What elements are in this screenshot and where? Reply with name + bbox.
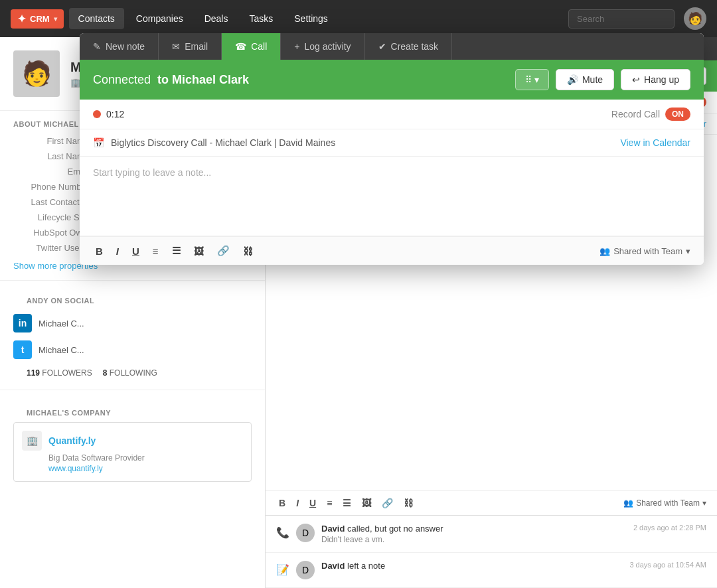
shared-dropdown-arrow: ▾ (702, 498, 706, 508)
modal-tab-createtask[interactable]: ✔ Create task (365, 33, 453, 60)
modal-note-area[interactable]: Start typing to leave a note... (80, 157, 704, 236)
format-link2-button[interactable]: ⛓ (401, 496, 416, 510)
nav-companies[interactable]: Companies (127, 8, 193, 29)
format-bold-button[interactable]: B (276, 496, 288, 510)
modal-call-panel: ✎ New note ✉ Email ☎ Call + Log activity… (80, 33, 704, 265)
modal-calendar-event: Biglytics Discovery Call - Michael Clark… (111, 137, 335, 148)
following-count: 8 FOLLOWING (103, 368, 157, 378)
activity-avatar-0: D (296, 524, 315, 542)
format-link-button[interactable]: 🔗 (379, 496, 396, 510)
activity-item-0: 📞 D David called, but got no answer Didn… (266, 516, 717, 553)
social-section-title: ANDY ON SOCIAL (13, 287, 252, 310)
social-linkedin: in Michael C... (13, 310, 252, 336)
modal-underline-button[interactable]: U (129, 244, 142, 258)
modal-shared-icon: 👥 (599, 246, 610, 256)
activity-feed: 📞 D David called, but got no answer Didn… (266, 515, 717, 588)
modal-view-in-calendar-link[interactable]: View in Calendar (620, 137, 690, 148)
modal-bold-button[interactable]: B (93, 244, 106, 258)
activity-type-icon-0: 📞 (276, 526, 289, 539)
activity-text-0: David called, but got no answer (321, 524, 627, 534)
company-card: 🏢 Quantify.ly Big Data Software Provider… (13, 422, 252, 482)
activity-item-1: 📝 D David left a note 3 days ago at 10:5… (266, 553, 717, 588)
modal-newnote-icon: ✎ (93, 41, 101, 52)
modal-toolbar: B I U ≡ ☰ 🖼 🔗 ⛓ 👥 Shared with Team ▾ (80, 236, 704, 265)
format-align-button[interactable]: ≡ (324, 496, 335, 510)
shared-with-team: 👥 Shared with Team ▾ (623, 498, 706, 508)
activity-content-0: David called, but got no answer Didn't l… (321, 524, 627, 544)
social-section: ANDY ON SOCIAL in Michael C... t Michael… (0, 280, 265, 390)
modal-tabs: ✎ New note ✉ Email ☎ Call + Log activity… (80, 33, 704, 60)
company-card-header: 🏢 Quantify.ly (22, 431, 243, 451)
company-name[interactable]: Quantify.ly (48, 435, 96, 446)
company-section: MICHAEL'S COMPANY 🏢 Quantify.ly Big Data… (0, 390, 265, 491)
modal-connected-pre: Connected (93, 73, 151, 87)
logo-dropdown-arrow: ▾ (54, 15, 57, 23)
modal-tab-logactivity[interactable]: + Log activity (281, 33, 364, 60)
social-twitter: t Michael C... (13, 336, 252, 363)
activity-avatar-1: D (296, 561, 315, 579)
modal-connected-bold: to Michael Clark (157, 73, 249, 87)
linkedin-icon: in (13, 314, 32, 332)
company-desc: Big Data Software Provider (22, 453, 243, 463)
bg-toolbar: B I U ≡ ☰ 🖼 🔗 ⛓ 👥 Shared with Team ▾ (266, 490, 717, 515)
modal-call-icon: ☎ (235, 41, 246, 52)
crm-logo[interactable]: ✦ CRM ▾ (11, 9, 64, 29)
modal-timer: 0:12 (106, 109, 124, 119)
modal-hangup-button[interactable]: ↩ Hang up (621, 69, 690, 90)
top-nav: ✦ CRM ▾ Contacts Companies Deals Tasks S… (0, 0, 717, 37)
format-underline-button[interactable]: U (307, 496, 319, 510)
contact-avatar: 🧑 (13, 50, 60, 97)
activity-sub-0: Didn't leave a vm. (321, 535, 627, 544)
company-section-title: MICHAEL'S COMPANY (13, 400, 252, 422)
modal-grid-button[interactable]: ⠿ ▾ (515, 69, 549, 90)
followers-row: 119 FOLLOWERS 8 FOLLOWING (13, 363, 252, 383)
modal-email-icon: ✉ (172, 41, 180, 52)
activity-time-0: 2 days ago at 2:28 PM (633, 524, 706, 532)
company-logo: 🏢 (22, 431, 42, 451)
modal-calendar-row: 📅 Biglytics Discovery Call - Michael Cla… (80, 129, 704, 157)
logo-label: CRM (30, 14, 50, 24)
shared-icon: 👥 (623, 498, 633, 508)
format-image-button[interactable]: 🖼 (359, 496, 374, 510)
modal-link-button[interactable]: 🔗 (214, 244, 232, 258)
logo-icon: ✦ (17, 13, 26, 25)
modal-link2-button[interactable]: ⛓ (240, 244, 256, 258)
modal-image-button[interactable]: 🖼 (191, 244, 206, 258)
twitter-name: Michael C... (39, 345, 84, 355)
search-input[interactable] (568, 9, 675, 29)
modal-tab-call[interactable]: ☎ Call (222, 33, 281, 60)
modal-tab-email[interactable]: ✉ Email (159, 33, 222, 60)
modal-calendar-icon: 📅 (93, 137, 104, 148)
nav-deals[interactable]: Deals (195, 8, 238, 29)
followers-count: 119 FOLLOWERS (27, 368, 92, 378)
format-list-button[interactable]: ☰ (340, 496, 354, 510)
company-url[interactable]: www.quantify.ly (22, 464, 243, 473)
modal-connected-bar: Connected to Michael Clark ⠿ ▾ 🔊 Mute ↩ … (80, 60, 704, 100)
nav-contacts[interactable]: Contacts (69, 8, 124, 29)
twitter-icon: t (13, 340, 32, 359)
activity-content-1: David left a note (321, 561, 623, 571)
modal-logactivity-icon: + (294, 41, 299, 52)
activity-time-1: 3 days ago at 10:54 AM (629, 561, 706, 569)
activity-text-1: David left a note (321, 561, 623, 571)
modal-list-button[interactable]: ☰ (169, 244, 183, 258)
nav-settings[interactable]: Settings (285, 8, 337, 29)
linkedin-name: Michael C... (39, 319, 84, 329)
modal-record-call-label: Record Call (611, 109, 660, 119)
format-italic-button[interactable]: I (293, 496, 301, 510)
activity-type-icon-1: 📝 (276, 563, 289, 576)
modal-record-toggle[interactable]: ON (665, 108, 690, 121)
nav-tasks[interactable]: Tasks (240, 8, 282, 29)
modal-mute-button[interactable]: 🔊 Mute (556, 69, 614, 90)
modal-record-dot-icon (93, 110, 101, 118)
modal-align-button[interactable]: ≡ (150, 244, 161, 258)
modal-shared-dropdown-arrow: ▾ (686, 246, 690, 256)
modal-italic-button[interactable]: I (114, 244, 121, 258)
modal-tab-newnote[interactable]: ✎ New note (80, 33, 159, 60)
modal-shared-with-team: 👥 Shared with Team ▾ (599, 246, 690, 256)
modal-timer-row: 0:12 Record Call ON (80, 100, 704, 129)
user-avatar[interactable]: 🧑 (684, 7, 706, 30)
modal-createtask-icon: ✔ (378, 41, 386, 52)
